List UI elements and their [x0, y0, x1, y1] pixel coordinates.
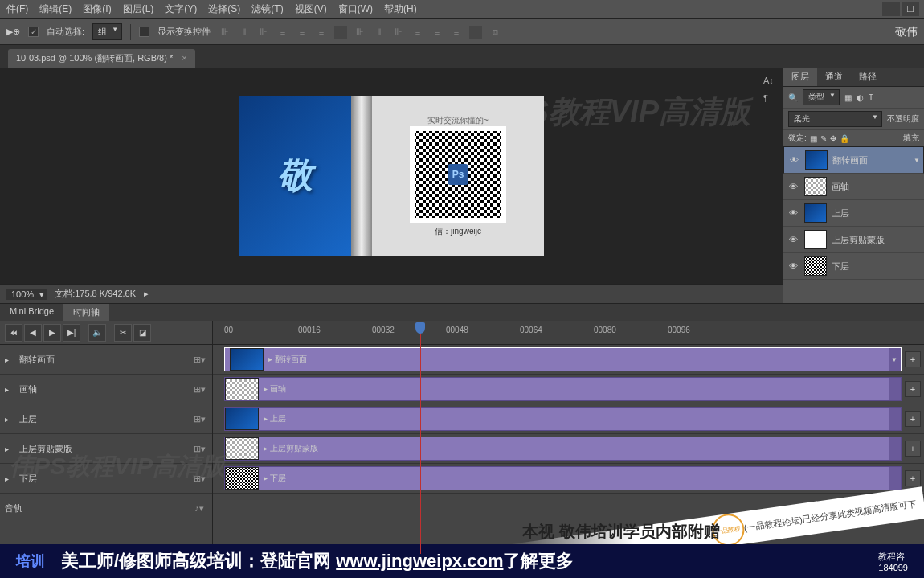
play-button[interactable]: ▶: [43, 324, 61, 342]
distribute-icon[interactable]: ⫴: [373, 26, 386, 39]
expand-icon[interactable]: ▸: [5, 474, 14, 483]
expand-icon[interactable]: ▸: [5, 385, 14, 394]
blend-mode-select[interactable]: 柔光: [788, 111, 882, 127]
distribute-icon[interactable]: ⊪: [354, 26, 366, 39]
clip[interactable]: ▸ 画轴: [224, 377, 902, 401]
show-transform-checkbox[interactable]: [139, 27, 149, 37]
split-button[interactable]: ✂: [114, 324, 132, 342]
visibility-icon[interactable]: 👁: [787, 235, 799, 244]
audio-track-header[interactable]: 音轨 ♪▾: [0, 494, 212, 523]
paragraph-panel-icon[interactable]: ¶: [763, 93, 778, 103]
track-header[interactable]: ▸ 翻转画面 ⊞▾: [0, 345, 212, 375]
playhead[interactable]: [420, 322, 421, 554]
filter-type-select[interactable]: 类型: [803, 89, 840, 105]
track-header[interactable]: ▸ 上层剪贴蒙版 ⊞▾: [0, 434, 212, 464]
layer-name[interactable]: 下层: [832, 260, 849, 273]
transition-button[interactable]: ◪: [133, 324, 151, 342]
distribute-icon[interactable]: ≡: [411, 26, 424, 39]
canvas-viewport[interactable]: 伟PS教程VIP高清版 敬 实时交流你懂的~ Ps 信：jingweijc: [0, 68, 783, 284]
layer-name[interactable]: 画轴: [832, 181, 849, 193]
menu-select[interactable]: 选择(S): [208, 2, 240, 16]
add-clip-button[interactable]: +: [905, 441, 921, 457]
layer-name[interactable]: 上层剪贴蒙版: [832, 234, 885, 246]
layer-name[interactable]: 翻转画面: [832, 154, 868, 166]
track-icon[interactable]: ⊞▾: [191, 414, 207, 424]
track-icon[interactable]: ⊞▾: [191, 355, 207, 365]
layer-row[interactable]: 👁 画轴: [783, 174, 924, 200]
clip-handle[interactable]: [889, 467, 901, 490]
align-icon[interactable]: ⊪: [257, 26, 270, 39]
filter-icon[interactable]: ▦: [844, 93, 852, 102]
menu-edit[interactable]: 编辑(E): [39, 2, 72, 16]
filter-icon[interactable]: ◐: [857, 93, 864, 102]
expand-icon[interactable]: ▸: [5, 445, 14, 453]
align-icon[interactable]: ≡: [315, 26, 328, 39]
zoom-select[interactable]: 100%: [6, 289, 47, 300]
align-icon[interactable]: ≡: [276, 26, 289, 39]
clip-handle[interactable]: [889, 378, 901, 400]
distribute-icon[interactable]: ≡: [431, 26, 444, 39]
expand-icon[interactable]: ▸: [5, 415, 14, 424]
3d-icon[interactable]: ⧈: [489, 26, 501, 39]
clip[interactable]: ▸ 翻转画面: [224, 347, 902, 371]
track-header[interactable]: ▸ 上层 ⊞▾: [0, 404, 212, 434]
document-tab[interactable]: 10-03.psd @ 100% (翻转画面, RGB/8) * ×: [8, 49, 195, 68]
close-tab-icon[interactable]: ×: [182, 53, 186, 63]
distribute-icon[interactable]: ⊪: [392, 26, 405, 39]
menu-layer[interactable]: 图层(L): [123, 2, 154, 16]
layers-tab[interactable]: 图层: [783, 68, 817, 86]
align-icon[interactable]: ≡: [296, 26, 309, 39]
add-clip-button[interactable]: +: [905, 411, 921, 427]
clip-handle[interactable]: [889, 437, 901, 460]
layer-row[interactable]: 👁 翻转画面: [783, 146, 924, 174]
menu-window[interactable]: 窗口(W): [338, 2, 373, 16]
prev-frame-button[interactable]: ◀: [24, 324, 42, 342]
align-icon[interactable]: ⫴: [238, 26, 251, 39]
clip[interactable]: ▸ 上层剪贴蒙版: [224, 437, 902, 461]
mute-button[interactable]: 🔈: [88, 324, 106, 342]
track-header[interactable]: ▸ 画轴 ⊞▾: [0, 375, 212, 404]
auto-select-checkbox[interactable]: [28, 27, 39, 37]
menu-view[interactable]: 视图(V): [295, 2, 327, 16]
menu-image[interactable]: 图像(I): [83, 2, 111, 16]
menu-help[interactable]: 帮助(H): [384, 2, 417, 16]
lock-pixels-icon[interactable]: ▦: [810, 134, 817, 143]
visibility-icon[interactable]: 👁: [787, 182, 799, 191]
layer-row[interactable]: 👁 上层: [783, 200, 924, 227]
visibility-icon[interactable]: 👁: [787, 155, 800, 165]
maximize-button[interactable]: ☐: [902, 2, 919, 16]
align-icon[interactable]: ⊪: [219, 26, 231, 39]
add-clip-button[interactable]: +: [905, 381, 921, 397]
minibridge-tab[interactable]: Mini Bridge: [0, 304, 63, 321]
clip[interactable]: ▸ 上层: [224, 407, 902, 431]
clip[interactable]: ▸ 下层: [224, 466, 902, 490]
track-icon[interactable]: ⊞▾: [191, 384, 207, 395]
track-header[interactable]: ▸ 下层 ⊞▾: [0, 464, 212, 494]
layer-row[interactable]: 👁 上层剪贴蒙版: [783, 227, 924, 253]
track-icon[interactable]: ⊞▾: [191, 444, 207, 454]
distribute-icon[interactable]: ≡: [450, 26, 463, 39]
clip-handle[interactable]: [889, 408, 901, 430]
lock-brush-icon[interactable]: ✎: [820, 134, 827, 143]
timeline-tab[interactable]: 时间轴: [63, 304, 109, 321]
layer-name[interactable]: 上层: [832, 207, 849, 219]
timeline-ruler[interactable]: 00 00016 00032 00048 00064 00080 00096: [213, 321, 924, 345]
visibility-icon[interactable]: 👁: [787, 261, 799, 271]
minimize-button[interactable]: —: [882, 2, 900, 16]
add-clip-button[interactable]: +: [905, 351, 921, 367]
visibility-icon[interactable]: 👁: [787, 208, 799, 218]
audio-icon[interactable]: ♪▾: [191, 503, 207, 514]
add-clip-button[interactable]: +: [905, 470, 921, 486]
filter-type-icon[interactable]: 🔍: [788, 93, 798, 102]
layer-row[interactable]: 👁 下层: [783, 253, 924, 280]
auto-select-mode[interactable]: 组: [92, 23, 122, 40]
filter-icon[interactable]: T: [869, 93, 873, 102]
paths-tab[interactable]: 路径: [851, 68, 885, 86]
menu-file[interactable]: 件(F): [6, 2, 28, 16]
next-frame-button[interactable]: ▶|: [63, 324, 80, 342]
character-panel-icon[interactable]: A↕: [763, 76, 778, 85]
lock-position-icon[interactable]: ✥: [830, 134, 836, 143]
menu-filter[interactable]: 滤镜(T): [251, 2, 283, 16]
goto-start-button[interactable]: ⏮: [5, 324, 22, 342]
lock-all-icon[interactable]: 🔒: [840, 134, 849, 143]
